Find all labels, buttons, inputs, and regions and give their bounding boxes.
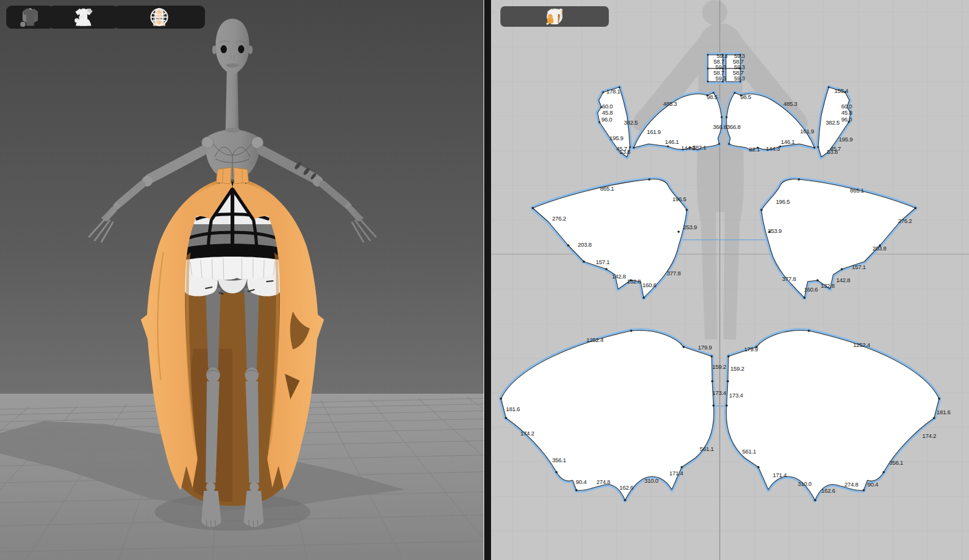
lock-garment-icon[interactable]	[588, 9, 603, 24]
pattern-piece-waistband-2[interactable]	[726, 55, 740, 69]
surface-group	[113, 6, 205, 29]
garment-3d-icon[interactable]	[34, 10, 49, 25]
show-group	[49, 6, 118, 29]
bloomers[interactable]	[181, 257, 284, 297]
app-window: 59.359.358.758.759.359.358.758.759.359.3…	[0, 0, 969, 560]
pattern-piece-waistband-1[interactable]	[708, 55, 723, 69]
neck	[226, 69, 239, 131]
pattern-piece-waistband-3[interactable]	[708, 69, 723, 82]
ear-left	[212, 45, 217, 54]
toolbar-3d	[0, 0, 485, 35]
viewport-2d[interactable]: 59.359.358.758.759.359.358.758.759.359.3…	[485, 0, 969, 560]
wireframe-globe-icon[interactable]	[184, 10, 199, 25]
right-foot	[244, 491, 264, 527]
pattern-piece-waistband-4[interactable]	[726, 69, 740, 82]
mode-group	[6, 6, 54, 29]
scene-3d	[0, 0, 485, 560]
pattern-canvas	[485, 0, 969, 560]
viewport-3d[interactable]	[0, 0, 485, 560]
neck-base	[225, 128, 240, 133]
show-avatar-icon[interactable]	[98, 10, 113, 25]
left-foot	[201, 491, 221, 527]
ear-right	[249, 45, 253, 54]
panel-divider[interactable]	[484, 0, 491, 560]
toolbar-2d	[500, 6, 609, 27]
